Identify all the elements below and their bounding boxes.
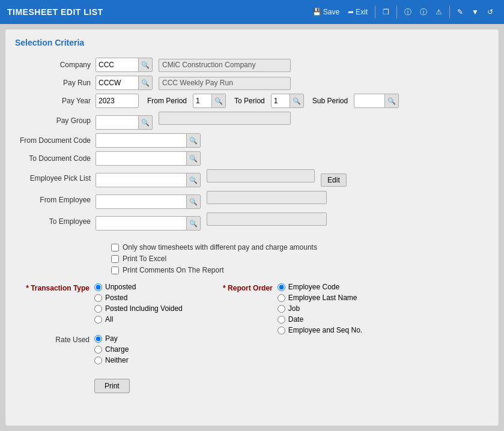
company-search-btn[interactable]: 🔍 — [138, 58, 152, 71]
search-icon-10: 🔍 — [189, 198, 198, 206]
to-emp-input[interactable] — [96, 217, 186, 230]
dropdown-icon-button[interactable]: ▼ — [468, 5, 482, 19]
ro-date-radio[interactable] — [278, 316, 285, 324]
pay-year-input[interactable] — [96, 94, 138, 107]
to-doc-search-btn[interactable]: 🔍 — [186, 152, 200, 165]
company-row: Company 🔍 CMiC Construction Company — [15, 56, 489, 74]
pay-run-code-field: 🔍 — [96, 76, 153, 90]
to-period-input[interactable] — [272, 94, 290, 107]
search-icon-2: 🔍 — [141, 79, 150, 87]
to-emp-name-display — [207, 212, 327, 226]
from-emp-row: From Employee 🔍 — [15, 189, 489, 211]
pay-year-label: Pay Year — [15, 92, 93, 110]
to-period-search-btn[interactable]: 🔍 — [290, 94, 303, 107]
pay-run-search-btn[interactable]: 🔍 — [138, 76, 152, 89]
warning-icon-button[interactable]: ⚠ — [432, 5, 446, 19]
ro-emp-code-radio[interactable] — [278, 283, 285, 291]
ro-emp-seq-row: Employee and Seq No. — [278, 326, 362, 334]
ro-emp-code-label: Employee Code — [288, 283, 339, 291]
pay-group-row: Pay Group 🔍 — [15, 110, 489, 131]
report-order-label: * Report Order — [219, 283, 273, 292]
from-emp-field: 🔍 — [96, 194, 201, 209]
sub-period-label: Sub Period — [312, 97, 348, 105]
emp-pick-name-display — [207, 169, 315, 182]
separator-3 — [449, 6, 450, 18]
exit-button[interactable]: ➦ Exit — [344, 5, 371, 19]
refresh-icon-button[interactable]: ↺ — [484, 5, 497, 19]
sub-period-search-btn[interactable]: 🔍 — [384, 94, 398, 107]
print-button[interactable]: Print — [94, 379, 130, 393]
tt-unposted-label: Unposted — [105, 283, 136, 291]
from-period-field: 🔍 — [193, 94, 226, 108]
from-emp-name-display — [207, 191, 327, 204]
pay-group-input[interactable] — [96, 116, 138, 129]
to-doc-row: To Document Code 🔍 — [15, 149, 489, 167]
from-emp-input[interactable] — [96, 195, 186, 208]
pay-run-label: Pay Run — [15, 74, 93, 92]
company-code-input[interactable] — [96, 58, 138, 71]
emp-pick-search-btn[interactable]: 🔍 — [186, 173, 200, 187]
sub-period-field: 🔍 — [354, 94, 399, 108]
diff-pay-charge-checkbox[interactable] — [111, 244, 119, 252]
ro-emp-lastname-radio[interactable] — [278, 294, 285, 302]
to-period-field: 🔍 — [271, 94, 304, 108]
tt-posted-radio[interactable] — [94, 294, 102, 302]
print-excel-checkbox[interactable] — [111, 255, 119, 263]
pay-run-row: Pay Run 🔍 CCC Weekly Pay Run — [15, 74, 489, 92]
ro-date-label: Date — [288, 315, 303, 324]
transaction-type-radios: Unposted Posted Posted Including Voided … — [94, 283, 183, 324]
tt-posted-label: Posted — [105, 294, 127, 302]
from-emp-search-btn[interactable]: 🔍 — [186, 195, 200, 208]
ru-pay-radio[interactable] — [94, 335, 102, 343]
help-icon-button[interactable]: ⓘ — [416, 5, 431, 20]
search-icon-5: 🔍 — [387, 97, 396, 105]
edit-pick-button[interactable]: Edit — [321, 173, 347, 187]
sub-period-input[interactable] — [354, 94, 384, 107]
pay-group-search-btn[interactable]: 🔍 — [138, 116, 152, 129]
ru-neither-label: Neither — [105, 356, 129, 364]
bottom-options-section: * Transaction Type Unposted Posted Poste… — [15, 283, 489, 393]
to-emp-search-btn[interactable]: 🔍 — [186, 217, 200, 230]
edit-icon-button[interactable]: ✎ — [454, 5, 467, 19]
ru-neither-row: Neither — [94, 356, 129, 364]
search-icon-8: 🔍 — [189, 155, 198, 163]
company-name-display: CMiC Construction Company — [159, 59, 291, 72]
to-period-label: To Period — [234, 97, 265, 105]
emp-pick-label: Employee Pick List — [15, 167, 93, 189]
ro-job-radio[interactable] — [278, 305, 285, 313]
report-order-radios: Employee Code Employee Last Name Job Dat… — [278, 283, 362, 334]
pay-year-row: Pay Year From Period 🔍 To Period 🔍 — [15, 92, 489, 110]
from-period-label: From Period — [147, 97, 187, 105]
from-doc-search-btn[interactable]: 🔍 — [186, 134, 200, 147]
from-doc-input[interactable] — [96, 134, 186, 147]
tt-posted-voided-radio[interactable] — [94, 305, 102, 313]
rate-used-group: Rate Used Pay Charge Neither — [23, 334, 183, 364]
from-period-input[interactable] — [193, 94, 211, 107]
ro-date-row: Date — [278, 315, 362, 324]
to-doc-input[interactable] — [96, 152, 186, 165]
pay-group-field: 🔍 — [96, 115, 153, 130]
main-content: Selection Criteria Company 🔍 CMiC Constr… — [5, 29, 499, 426]
tt-all-radio[interactable] — [94, 316, 102, 324]
ro-emp-lastname-label: Employee Last Name — [288, 294, 357, 302]
ru-neither-radio[interactable] — [94, 357, 102, 364]
checkbox-row-1: Only show timesheets with different pay … — [111, 243, 489, 252]
tt-unposted-radio[interactable] — [94, 283, 102, 291]
ro-emp-lastname-row: Employee Last Name — [278, 294, 362, 302]
pay-group-label: Pay Group — [15, 110, 93, 131]
from-emp-label: From Employee — [15, 189, 93, 211]
emp-pick-row: Employee Pick List 🔍 Edit — [15, 167, 489, 189]
ro-emp-seq-radio[interactable] — [278, 327, 285, 334]
ru-charge-radio[interactable] — [94, 346, 102, 354]
print-comments-checkbox[interactable] — [111, 267, 119, 274]
form-table: Company 🔍 CMiC Construction Company Pay … — [15, 56, 489, 232]
info-icon-button[interactable]: ⓘ — [401, 5, 415, 20]
copy-icon-button[interactable]: ❐ — [379, 5, 393, 19]
tt-unposted-row: Unposted — [94, 283, 183, 291]
save-button[interactable]: 💾 Save — [309, 5, 343, 19]
emp-pick-input[interactable] — [96, 173, 186, 187]
company-label: Company — [15, 56, 93, 74]
from-period-search-btn[interactable]: 🔍 — [211, 94, 225, 107]
transaction-type-group: * Transaction Type Unposted Posted Poste… — [23, 283, 183, 324]
pay-run-code-input[interactable] — [96, 76, 138, 89]
